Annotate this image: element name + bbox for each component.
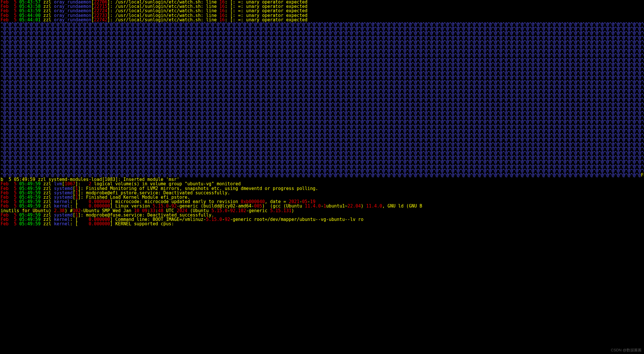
watermark-text: CSDN @数据酱酱 bbox=[611, 348, 642, 353]
terminal-output[interactable]: Feb 5 05:43:57 zzl oray_rundaemon[22706]… bbox=[0, 0, 644, 226]
